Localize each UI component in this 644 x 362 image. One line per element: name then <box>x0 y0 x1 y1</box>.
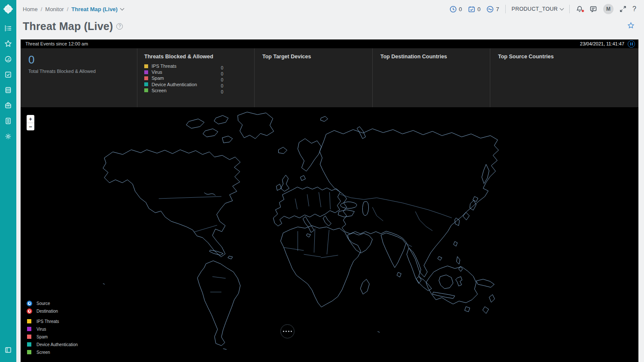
virus-swatch <box>144 70 148 74</box>
calendar-counter[interactable]: 0 <box>468 6 480 13</box>
destination-marker-icon <box>27 308 32 314</box>
world-map-svg <box>21 108 638 362</box>
user-avatar[interactable]: M <box>603 4 614 14</box>
sync-counter-value: 7 <box>496 6 499 12</box>
topbar-actions: 0 0 7 PRODUCT_TOUR <box>450 4 636 14</box>
widget-header: Threat Events since 12:00 am 23/04/2021,… <box>21 39 638 48</box>
breadcrumb: Home / Monitor / Threat Map (Live) <box>23 6 124 12</box>
breadcrumb-current[interactable]: Threat Map (Live) <box>71 6 118 12</box>
sync-icon <box>486 6 494 13</box>
total-threats-label: Total Threats Blocked & Allowed <box>28 69 133 74</box>
top-destination-countries-panel: Top Destination Countries <box>372 48 490 107</box>
world-threat-map[interactable]: + − Source Destination IPS Threats <box>21 107 638 362</box>
sync-counter[interactable]: 7 <box>486 6 499 13</box>
screen-swatch <box>144 88 148 92</box>
brand-logo-icon[interactable] <box>3 3 14 15</box>
threat-map-widget: Threat Events since 12:00 am 23/04/2021,… <box>21 39 638 362</box>
zoom-out-button[interactable]: − <box>27 123 34 130</box>
feedback-chat[interactable] <box>589 5 597 13</box>
reports-document-icon[interactable] <box>0 113 16 129</box>
blocked-allowed-title: Threats Blocked & Allowed <box>144 54 250 60</box>
clock-counter-value: 0 <box>459 6 462 12</box>
main-content: Home / Monitor / Threat Map (Live) 0 0 <box>16 0 644 362</box>
nav-menu-icon[interactable] <box>0 21 16 36</box>
collapse-panel-icon[interactable] <box>0 342 16 358</box>
legend-virus: Virus <box>27 325 78 333</box>
page-title: Threat Map (Live) <box>23 20 113 33</box>
pause-button[interactable] <box>628 40 635 48</box>
calendar-check-icon <box>468 6 475 13</box>
blocked-allowed-panel: Threats Blocked & Allowed IPS Threats 0 … <box>137 48 254 107</box>
total-threats-value: 0 <box>28 54 133 66</box>
top-target-devices-panel: Top Target Devices <box>254 48 372 107</box>
page-help-icon[interactable]: ? <box>116 23 123 30</box>
policy-checkbox-icon[interactable] <box>0 67 16 82</box>
star-icon <box>627 22 635 29</box>
breadcrumb-separator: / <box>67 6 69 12</box>
legend-screen: Screen <box>27 348 78 356</box>
top-source-countries-panel: Top Source Countries <box>490 48 638 107</box>
legend-destination: Destination <box>27 307 78 315</box>
chevron-down-icon <box>560 6 564 11</box>
primary-sidebar <box>0 0 16 362</box>
total-threats-panel: 0 Total Threats Blocked & Allowed <box>21 48 137 107</box>
legend-source: Source <box>27 299 78 307</box>
expand-arrows-icon <box>620 6 626 12</box>
topbar-divider <box>569 5 570 13</box>
help-button[interactable]: ? <box>632 5 636 13</box>
widget-timestamp: 23/04/2021, 11:41:47 <box>580 41 624 46</box>
map-legend: Source Destination IPS Threats Virus Spa… <box>27 299 78 356</box>
map-zoom-control: + − <box>27 115 34 130</box>
product-tour-label: PRODUCT_TOUR <box>512 6 558 12</box>
legend-device-authentication: Device Authentication <box>27 341 78 348</box>
calendar-counter-value: 0 <box>477 6 480 12</box>
fullscreen-toggle[interactable] <box>620 6 626 12</box>
spam-swatch <box>144 76 148 80</box>
clock-counter[interactable]: 0 <box>450 6 462 13</box>
administration-toolbox-icon[interactable] <box>0 98 16 113</box>
breadcrumb-separator: / <box>41 6 43 12</box>
legend-row-ips: IPS Threats 0 <box>144 63 250 69</box>
device-auth-swatch <box>144 82 148 86</box>
favorites-star-icon[interactable] <box>0 36 16 51</box>
monitor-gauge-icon[interactable] <box>0 51 16 67</box>
widget-title: Threat Events since 12:00 am <box>25 41 88 46</box>
page-header: Threat Map (Live) ? <box>16 18 644 34</box>
source-marker-icon <box>27 301 32 306</box>
notifications-bell[interactable] <box>576 5 583 13</box>
ips-swatch <box>144 64 148 68</box>
product-tour-menu[interactable]: PRODUCT_TOUR <box>512 6 564 12</box>
legend-spam: Spam <box>27 333 78 341</box>
clock-icon <box>450 6 457 13</box>
stats-strip: 0 Total Threats Blocked & Allowed Threat… <box>21 48 638 107</box>
breadcrumb-monitor[interactable]: Monitor <box>45 6 64 12</box>
notification-badge <box>581 9 584 12</box>
map-more-options-button[interactable] <box>280 324 295 338</box>
topbar-divider <box>505 5 506 13</box>
breadcrumb-chevron-icon[interactable] <box>120 6 124 11</box>
chat-icon <box>589 5 597 13</box>
favorite-star-button[interactable] <box>627 22 635 31</box>
legend-ips-threats: IPS Threats <box>27 317 78 325</box>
device-table-icon[interactable] <box>0 82 16 98</box>
breadcrumb-home[interactable]: Home <box>23 6 38 12</box>
zoom-in-button[interactable]: + <box>27 115 34 123</box>
top-bar: Home / Monitor / Threat Map (Live) 0 0 <box>16 0 644 18</box>
settings-gear-icon[interactable] <box>0 129 16 144</box>
